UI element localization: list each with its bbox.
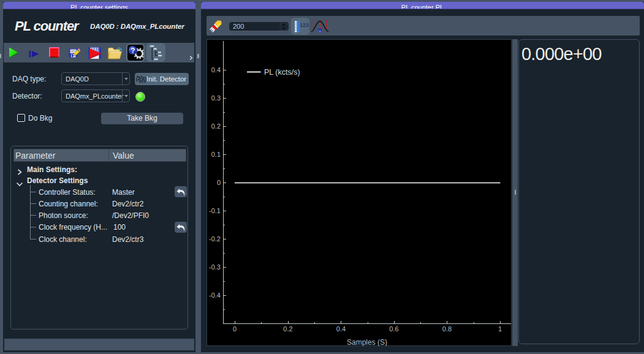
svg-text:-0.1: -0.1 [209, 207, 221, 214]
svg-text:Samples (S): Samples (S) [347, 338, 387, 346]
svg-text:0.2: 0.2 [211, 122, 221, 130]
svg-text:0: 0 [233, 325, 237, 333]
svg-text:-0.3: -0.3 [209, 263, 221, 271]
svg-text:-0.2: -0.2 [209, 235, 221, 243]
svg-text:0.8: 0.8 [442, 325, 452, 333]
svg-text:0.3: 0.3 [211, 94, 221, 102]
svg-text:123: 123 [300, 22, 309, 28]
svg-text:0.1: 0.1 [211, 151, 221, 158]
svg-text:0.2: 0.2 [283, 325, 292, 333]
svg-text:0.4: 0.4 [211, 66, 221, 73]
svg-text:-0.4: -0.4 [209, 292, 221, 299]
svg-text:0.4: 0.4 [336, 325, 346, 333]
svg-text:0.6: 0.6 [389, 325, 398, 333]
svg-text:1: 1 [498, 325, 502, 333]
svg-text:PL (kcts/s): PL (kcts/s) [264, 68, 300, 77]
svg-text:0: 0 [217, 179, 221, 186]
